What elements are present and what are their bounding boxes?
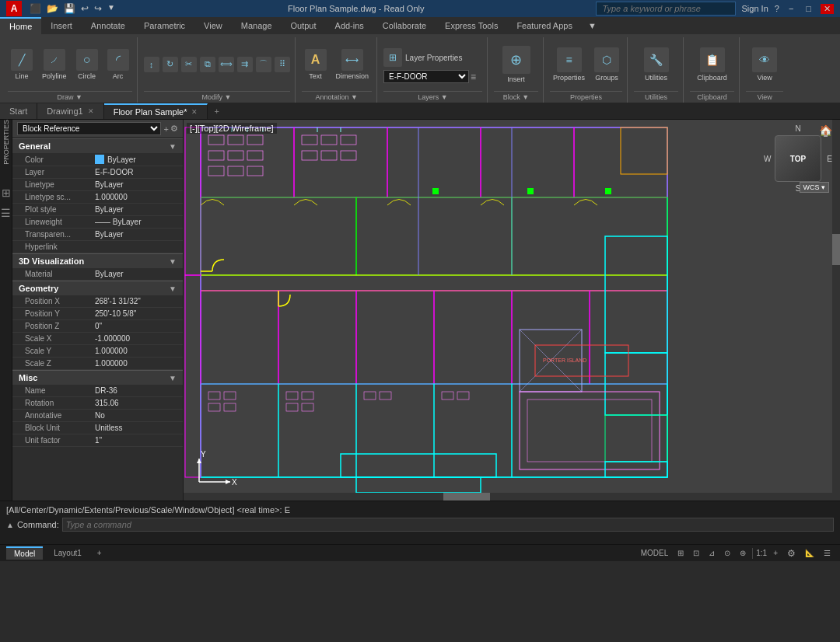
qat-open[interactable]: 📂 <box>45 3 60 14</box>
qat-save[interactable]: 💾 <box>62 3 77 14</box>
draw-group-label[interactable]: Draw ▼ <box>8 91 132 103</box>
grid-toggle[interactable]: ⊞ <box>674 548 687 558</box>
command-dropdown-arrow[interactable]: ▲ <box>6 521 14 529</box>
tab-express[interactable]: Express Tools <box>436 17 507 34</box>
layer-dropdown[interactable]: E-F-DOOR <box>383 70 469 83</box>
view-button[interactable]: 👁 View <box>749 46 780 83</box>
tab-more[interactable]: ▼ <box>582 17 603 34</box>
dimension-button[interactable]: ⟷ Dimension <box>333 47 373 82</box>
section-3dvis-label: 3D Visualization <box>19 256 84 266</box>
viewport-hscroll[interactable] <box>184 493 832 501</box>
section-misc-header[interactable]: Misc ▼ <box>12 370 183 385</box>
line-button[interactable]: ╱ Line <box>8 47 36 82</box>
copy-button[interactable]: ⧉ <box>200 57 215 72</box>
utilities-button[interactable]: 🔧 Utilities <box>641 46 672 83</box>
section-general-header[interactable]: General ▼ <box>12 138 183 153</box>
layer-match[interactable]: ≡ <box>471 72 476 82</box>
layers-group-label[interactable]: Layers ▼ <box>383 91 482 103</box>
section-misc-label: Misc <box>19 373 37 382</box>
properties-button[interactable]: ≡ Properties <box>550 46 588 83</box>
command-input[interactable] <box>62 518 834 532</box>
section-3dvis-header[interactable]: 3D Visualization ▼ <box>12 253 183 268</box>
tab-home[interactable]: Home <box>0 17 41 34</box>
qat-new[interactable]: ⬛ <box>28 3 43 14</box>
close-drawing1[interactable]: ✕ <box>88 107 94 115</box>
block-group-label[interactable]: Block ▼ <box>494 91 538 103</box>
section-geometry-header[interactable]: Geometry ▼ <box>12 281 183 295</box>
text-button[interactable]: A Text <box>302 47 330 82</box>
settings-button[interactable]: ⚙ <box>784 547 799 560</box>
qat-redo[interactable]: ↪ <box>93 3 103 14</box>
layer-props-button[interactable]: ⊞ <box>383 48 402 67</box>
section-general-arrow: ▼ <box>169 142 177 151</box>
tab-manage[interactable]: Manage <box>232 17 282 34</box>
svg-marker-83 <box>226 480 230 484</box>
tab-view[interactable]: View <box>194 17 232 34</box>
new-tab-button[interactable]: + <box>208 103 225 119</box>
arc-button[interactable]: ◜ Arc <box>104 47 132 82</box>
props-settings-icon[interactable]: ⚙ <box>170 124 178 134</box>
tab-addins[interactable]: Add-ins <box>326 17 373 34</box>
tab-collaborate[interactable]: Collaborate <box>373 17 436 34</box>
tab-output[interactable]: Output <box>282 17 326 34</box>
tab-parametric[interactable]: Parametric <box>135 17 194 34</box>
osnap-toggle[interactable]: ⊛ <box>737 548 749 558</box>
offset-button[interactable]: ⇉ <box>237 57 253 72</box>
annotation-scale[interactable]: 📐 <box>802 548 817 558</box>
close-floorplan[interactable]: ✕ <box>191 108 198 116</box>
coordinate-indicator: Y X <box>191 451 238 490</box>
insert-button[interactable]: ⊕ Insert <box>499 44 534 85</box>
clipboard-button[interactable]: 📋 Clipboard <box>694 46 730 83</box>
snap-toggle[interactable]: ⊡ <box>690 548 702 558</box>
modify-group-label[interactable]: Modify ▼ <box>144 91 290 103</box>
status-tab-model[interactable]: Model <box>6 546 43 560</box>
trim-button[interactable]: ✂ <box>181 57 197 72</box>
search-input[interactable] <box>596 2 736 16</box>
utilities-group-label[interactable]: Utilities <box>634 91 678 103</box>
ortho-toggle[interactable]: ⊿ <box>705 548 718 558</box>
groups-button[interactable]: ⬡ Groups <box>591 46 622 83</box>
view-group-label[interactable]: View <box>746 91 783 103</box>
viewport-vscroll[interactable] <box>832 120 840 501</box>
array-button[interactable]: ⠿ <box>275 57 290 72</box>
qat-dropdown[interactable]: ▼ <box>106 3 117 14</box>
window-minimize[interactable]: − <box>786 4 796 13</box>
props-add-icon[interactable]: + <box>164 124 169 134</box>
status-tab-layout1[interactable]: Layout1 <box>46 547 89 559</box>
prop-row-linetype: Linetype ByLayer <box>12 179 183 191</box>
side-tab-label: PROPERTIES <box>2 120 10 171</box>
side-tab-properties[interactable]: PROPERTIES ⊞ ☰ <box>0 120 12 501</box>
zoom-controls[interactable]: + <box>770 548 781 558</box>
annotation-group-label[interactable]: Annotation ▼ <box>302 91 373 103</box>
help-icon[interactable]: ? <box>775 4 779 13</box>
mirror-button[interactable]: ⟺ <box>219 57 234 72</box>
polar-toggle[interactable]: ⊙ <box>721 548 733 558</box>
props-type-selector[interactable]: Block Reference <box>17 122 161 135</box>
workspace-button[interactable]: ☰ <box>821 548 834 558</box>
section-geometry-label: Geometry <box>19 284 58 293</box>
prop-row-unitfactor: Unit factor 1" <box>12 434 183 447</box>
tab-annotate[interactable]: Annotate <box>82 17 135 34</box>
sign-in-button[interactable]: Sign In <box>742 4 768 13</box>
titlebar-title: Floor Plan Sample.dwg - Read Only <box>288 4 424 13</box>
tab-drawing1[interactable]: Drawing1 ✕ <box>37 103 103 119</box>
tab-featured[interactable]: Featured Apps <box>507 17 582 34</box>
window-close[interactable]: ✕ <box>821 4 834 14</box>
tab-start[interactable]: Start <box>0 103 37 119</box>
tab-insert[interactable]: Insert <box>41 17 82 34</box>
qat-undo[interactable]: ↩ <box>79 3 90 14</box>
nav-n-label: N <box>795 124 800 133</box>
window-restore[interactable]: □ <box>803 4 814 13</box>
rotate-button[interactable]: ↻ <box>163 57 178 72</box>
circle-button[interactable]: ○ Circle <box>73 47 101 82</box>
navigation-cube[interactable]: 🏠 TOP N S E W WCS ▾ <box>767 127 829 190</box>
clipboard-group-label[interactable]: Clipboard <box>690 91 734 103</box>
new-layout-button[interactable]: + <box>93 547 107 559</box>
fillet-button[interactable]: ⌒ <box>256 57 271 72</box>
viewport[interactable]: [-][Top][2D Wireframe] <box>184 120 840 501</box>
tab-floorplan-active[interactable]: Floor Plan Sample* ✕ <box>104 103 208 119</box>
polyline-button[interactable]: ⟋ Polyline <box>39 47 70 82</box>
move-button[interactable]: ↕ <box>144 57 159 72</box>
properties-group-label[interactable]: Properties <box>550 91 622 103</box>
nav-cube-face-top[interactable]: TOP <box>775 135 821 182</box>
